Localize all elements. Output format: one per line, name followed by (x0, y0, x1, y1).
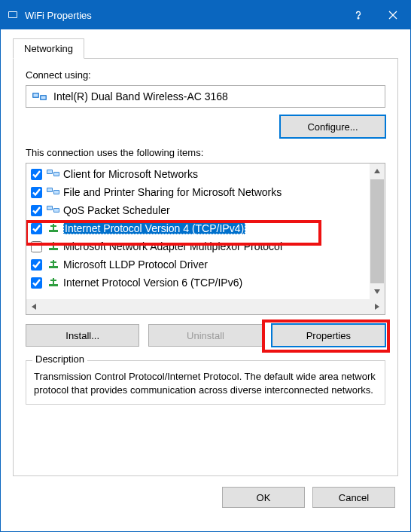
items-label: This connection uses the following items… (26, 147, 385, 158)
item-checkbox[interactable] (31, 223, 42, 234)
description-legend: Description (32, 353, 87, 365)
dialog-footer-buttons: OK Cancel (13, 487, 398, 508)
item-checkbox[interactable] (31, 241, 42, 252)
svg-rect-10 (47, 170, 52, 173)
help-button[interactable] (341, 1, 376, 29)
description-groupbox: Description Transmission Control Protoco… (26, 360, 385, 405)
item-checkbox[interactable] (31, 169, 42, 180)
tab-networking[interactable]: Networking (13, 38, 84, 59)
wifi-properties-window: WiFi Properties Networking Connect using… (0, 0, 411, 532)
ok-button[interactable]: OK (222, 487, 305, 508)
properties-button[interactable]: Properties (272, 324, 385, 347)
vertical-scrollbar[interactable] (370, 164, 385, 299)
horizontal-scrollbar[interactable] (26, 299, 385, 314)
tab-row: Networking (13, 38, 398, 59)
item-label: Internet Protocol Version 6 (TCP/IPv6) (63, 277, 242, 289)
app-icon (7, 9, 19, 21)
item-checkbox[interactable] (31, 277, 42, 289)
svg-point-2 (358, 17, 359, 19)
titlebar: WiFi Properties (1, 1, 410, 29)
items-listbox[interactable]: Client for Microsoft NetworksFile and Pr… (26, 163, 385, 315)
svg-rect-6 (34, 94, 38, 97)
protocol-icon (47, 258, 60, 271)
configure-button[interactable]: Configure... (280, 115, 385, 138)
window-title: WiFi Properties (25, 10, 341, 21)
list-item[interactable]: Microsoft Network Adapter Multiplexor Pr… (29, 237, 370, 255)
list-item[interactable]: Internet Protocol Version 4 (TCP/IPv4) (29, 219, 370, 237)
adapter-name: Intel(R) Dual Band Wireless-AC 3168 (53, 90, 228, 102)
item-label: QoS Packet Scheduler (63, 204, 170, 216)
svg-rect-12 (54, 173, 59, 176)
svg-rect-18 (47, 206, 52, 209)
adapter-field[interactable]: Intel(R) Dual Band Wireless-AC 3168 (26, 85, 385, 108)
protocol-icon (47, 240, 60, 253)
svg-rect-31 (53, 278, 54, 285)
svg-rect-23 (50, 225, 56, 227)
cancel-button[interactable]: Cancel (312, 487, 395, 508)
protocol-icon (47, 222, 60, 235)
item-checkbox[interactable] (31, 187, 42, 198)
connect-using-label: Connect using: (26, 69, 385, 81)
list-item[interactable]: File and Printer Sharing for Microsoft N… (29, 183, 370, 201)
svg-rect-22 (53, 224, 54, 231)
svg-rect-20 (54, 209, 59, 212)
svg-rect-28 (53, 260, 54, 267)
item-label: Microsoft Network Adapter Multiplexor Pr… (63, 240, 282, 252)
svg-rect-25 (53, 242, 54, 249)
scroll-down-icon[interactable] (370, 284, 385, 299)
list-item[interactable]: QoS Packet Scheduler (29, 201, 370, 219)
item-label: Microsoft LLDP Protocol Driver (63, 258, 208, 271)
protocol-icon (47, 276, 60, 289)
install-button[interactable]: Install... (26, 324, 139, 347)
scroll-left-icon[interactable] (26, 299, 41, 314)
list-item[interactable]: Internet Protocol Version 6 (TCP/IPv6) (29, 274, 370, 292)
list-item[interactable]: Microsoft LLDP Protocol Driver (29, 255, 370, 274)
svg-rect-26 (50, 243, 56, 245)
item-checkbox[interactable] (31, 259, 42, 271)
scroll-right-icon[interactable] (370, 299, 385, 314)
svg-rect-16 (54, 191, 59, 194)
item-action-buttons: Install... Uninstall Properties (26, 324, 385, 347)
scroll-up-icon[interactable] (370, 164, 385, 179)
scroll-thumb[interactable] (370, 179, 384, 283)
item-label: File and Printer Sharing for Microsoft N… (63, 186, 282, 198)
client-icon (47, 203, 60, 217)
description-text: Transmission Control Protocol/Internet P… (34, 370, 377, 396)
uninstall-button: Uninstall (148, 324, 262, 347)
svg-rect-1 (9, 12, 17, 17)
svg-rect-8 (41, 96, 46, 99)
dialog-body: Networking Connect using: Intel(R) Dual … (1, 29, 410, 518)
svg-rect-14 (47, 188, 52, 191)
list-item[interactable]: Client for Microsoft Networks (29, 165, 370, 183)
tab-panel-networking: Connect using: Intel(R) Dual Band Wirele… (13, 58, 398, 476)
client-icon (47, 185, 60, 199)
client-icon (47, 167, 60, 181)
item-label: Internet Protocol Version 4 (TCP/IPv4) (63, 222, 245, 234)
close-button[interactable] (376, 1, 410, 29)
svg-rect-32 (50, 280, 56, 281)
network-adapter-icon (32, 90, 47, 102)
item-checkbox[interactable] (31, 205, 42, 216)
svg-rect-29 (50, 261, 56, 263)
item-label: Client for Microsoft Networks (63, 168, 198, 180)
